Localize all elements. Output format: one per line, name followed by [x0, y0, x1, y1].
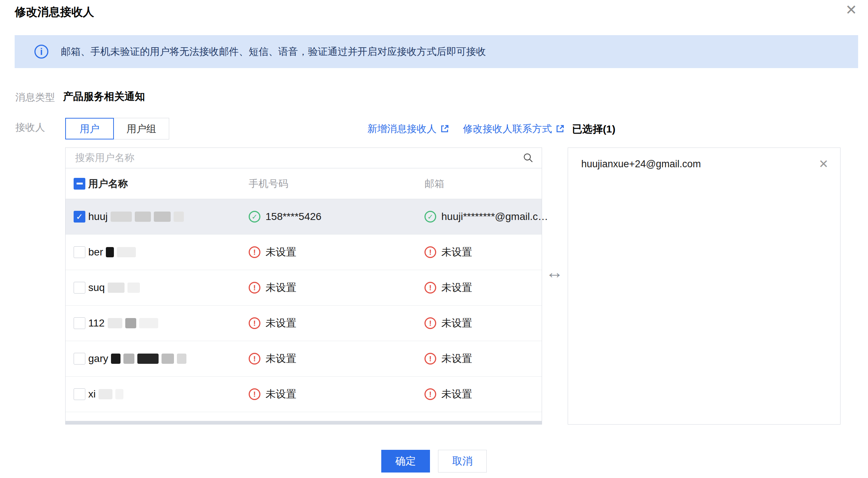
phone-value: 未设置: [266, 281, 296, 295]
user-name: huuj: [88, 211, 108, 223]
email-status-icon: !: [424, 282, 436, 294]
user-name: ber: [88, 246, 103, 258]
phone-value: 未设置: [266, 245, 296, 259]
table-row[interactable]: ✓ huuj ✓ 158****5426 ✓ huuji********@gma…: [66, 199, 542, 235]
user-table-rows: ✓ huuj ✓ 158****5426 ✓ huuji********@gma…: [66, 199, 542, 412]
close-icon[interactable]: ✕: [845, 3, 857, 17]
table-row[interactable]: xi ! 未设置 ! 未设置: [66, 377, 542, 412]
email-value: 未设置: [441, 352, 472, 366]
recipient-label: 接收人: [15, 121, 45, 134]
email-value: 未设置: [441, 387, 472, 401]
column-header-email: 邮箱: [424, 177, 444, 190]
info-banner-text: 邮箱、手机未验证的用户将无法接收邮件、短信、语音，验证通过并开启对应接收方式后即…: [61, 45, 486, 58]
redacted-text: [108, 212, 184, 222]
email-status-icon: !: [424, 246, 436, 258]
select-all-checkbox[interactable]: [74, 178, 85, 190]
confirm-button[interactable]: 确定: [381, 450, 430, 473]
recipient-links: 新增消息接收人 修改接收人联系方式: [367, 122, 564, 135]
row-checkbox[interactable]: [74, 353, 85, 365]
column-header-phone: 手机号码: [249, 177, 288, 190]
phone-value: 未设置: [266, 316, 296, 330]
redacted-text: [105, 283, 140, 293]
email-value: 未设置: [441, 316, 472, 330]
info-banner: i 邮箱、手机未验证的用户将无法接收邮件、短信、语音，验证通过并开启对应接收方式…: [15, 35, 858, 68]
remove-icon[interactable]: ✕: [819, 158, 828, 170]
user-name: suq: [88, 282, 105, 294]
email-status-icon: !: [424, 353, 436, 365]
phone-value: 158****5426: [266, 211, 322, 223]
table-row[interactable]: ber ! 未设置 ! 未设置: [66, 235, 542, 270]
email-status-icon: !: [424, 388, 436, 400]
email-status-icon: ✓: [424, 211, 436, 223]
info-icon: i: [34, 45, 48, 59]
user-name: gary: [88, 353, 108, 365]
dialog-title: 修改消息接收人: [15, 4, 94, 20]
column-header-name: 用户名称: [88, 177, 128, 190]
row-checkbox[interactable]: [74, 388, 85, 400]
phone-status-icon: !: [249, 246, 260, 258]
selected-count-title: 已选择(1): [572, 122, 615, 136]
email-status-icon: !: [424, 317, 436, 329]
search-row: [66, 148, 542, 168]
search-icon[interactable]: [523, 152, 534, 165]
phone-status-icon: !: [249, 282, 260, 294]
redacted-text: [103, 247, 136, 257]
phone-status-icon: !: [249, 388, 260, 400]
dialog-footer: 确定 取消: [0, 450, 868, 473]
email-value: huuji********@gmail.c…: [441, 211, 548, 223]
user-name: xi: [88, 388, 96, 400]
message-type-label: 消息类型: [15, 91, 55, 104]
user-table-panel: 用户名称 手机号码 邮箱 ✓ huuj ✓ 158****5426 ✓ huuj…: [65, 147, 542, 425]
add-recipient-link[interactable]: 新增消息接收人: [367, 122, 449, 135]
selected-panel: huujianxue+24@gmail.com ✕: [568, 147, 841, 425]
table-row[interactable]: gary ! 未设置 ! 未设置: [66, 341, 542, 377]
phone-value: 未设置: [266, 352, 296, 366]
tab-user[interactable]: 用户: [65, 118, 114, 139]
horizontal-scrollbar[interactable]: [66, 421, 542, 424]
table-header: 用户名称 手机号码 邮箱: [66, 168, 542, 199]
redacted-text: [108, 354, 186, 364]
modify-recipients-dialog: 修改消息接收人 ✕ i 邮箱、手机未验证的用户将无法接收邮件、短信、语音，验证通…: [0, 0, 868, 478]
phone-status-icon: !: [249, 353, 260, 365]
row-checkbox[interactable]: [74, 282, 85, 294]
external-link-icon: [440, 124, 449, 133]
redacted-text: [96, 389, 123, 399]
selected-item-label: huujianxue+24@gmail.com: [581, 158, 701, 170]
modify-contact-link[interactable]: 修改接收人联系方式: [463, 122, 564, 135]
redacted-text: [105, 318, 158, 328]
recipient-tabs: 用户 用户组: [65, 118, 169, 139]
selected-item: huujianxue+24@gmail.com ✕: [581, 158, 828, 170]
message-type-value: 产品服务相关通知: [63, 90, 145, 104]
user-name: 112: [88, 317, 105, 329]
row-checkbox[interactable]: [74, 317, 85, 329]
transfer-arrow-icon: ↔: [546, 262, 563, 282]
row-checkbox[interactable]: [74, 246, 85, 258]
tab-user-group[interactable]: 用户组: [114, 118, 169, 139]
external-link-icon: [556, 124, 564, 133]
table-row[interactable]: suq ! 未设置 ! 未设置: [66, 270, 542, 306]
search-input[interactable]: [66, 148, 542, 168]
email-value: 未设置: [441, 281, 472, 295]
phone-status-icon: ✓: [249, 211, 260, 223]
email-value: 未设置: [441, 245, 472, 259]
phone-value: 未设置: [266, 387, 296, 401]
phone-status-icon: !: [249, 317, 260, 329]
cancel-button[interactable]: 取消: [438, 450, 487, 473]
row-checkbox[interactable]: ✓: [74, 211, 85, 223]
table-row[interactable]: 112 ! 未设置 ! 未设置: [66, 306, 542, 341]
